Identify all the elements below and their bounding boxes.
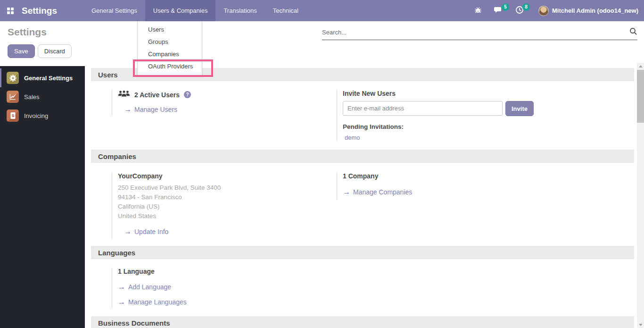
messages-badge: 5: [502, 3, 509, 11]
search-input[interactable]: [322, 26, 629, 37]
users-companies-dropdown: Users Groups Companies OAuth Providers: [137, 21, 202, 76]
active-users-box: 2 Active Users ? → Manage Users: [112, 90, 191, 116]
pending-invitation-demo[interactable]: demo: [345, 134, 534, 141]
debug-menu-button[interactable]: [468, 0, 488, 21]
section-languages: 1 Language → Add Language → Manage Langu…: [85, 259, 637, 316]
company-address-line: 250 Executive Park Blvd, Suite 3400: [118, 183, 221, 193]
sidebar-item-label: Sales: [24, 93, 40, 101]
dropdown-item-users[interactable]: Users: [138, 24, 202, 36]
avatar[interactable]: [538, 6, 549, 16]
discard-button[interactable]: Discard: [38, 44, 72, 58]
sidebar-item-sales[interactable]: Sales: [0, 87, 85, 106]
invite-email-field[interactable]: [343, 101, 503, 116]
manage-companies-link[interactable]: → Manage Companies: [343, 188, 412, 196]
arrow-right-icon: →: [124, 228, 132, 235]
arrow-right-icon: →: [343, 188, 350, 196]
settings-main-panel: Users 2 Active Users ? → Manage Users In…: [85, 66, 637, 328]
vertical-scrollbar: [637, 63, 644, 328]
activities-badge: 8: [522, 3, 530, 11]
company-info-box: YourCompany 250 Executive Park Blvd, Sui…: [112, 172, 221, 239]
messages-button[interactable]: 5: [488, 0, 509, 21]
company-address-line: 94134 - San Francisco: [118, 193, 221, 202]
user-menu[interactable]: Mitchell Admin (odoo14_new): [552, 7, 638, 14]
menu-translations[interactable]: Translations: [215, 0, 264, 21]
sales-chart-icon: [7, 91, 19, 103]
update-info-link[interactable]: → Update Info: [124, 228, 221, 235]
control-panel: Settings Save Discard: [0, 21, 644, 66]
section-header-languages: Languages: [91, 246, 634, 259]
save-button[interactable]: Save: [8, 44, 35, 58]
company-count-box: 1 Company → Manage Companies: [337, 172, 412, 200]
company-count: 1 Company: [343, 172, 412, 180]
invite-new-users-label: Invite New Users: [343, 90, 534, 97]
top-navbar: Settings General Settings Users & Compan…: [0, 0, 644, 21]
languages-box: 1 Language → Add Language → Manage Langu…: [112, 268, 187, 309]
apps-menu-button[interactable]: [0, 0, 21, 21]
scrollbar-up-arrow[interactable]: [637, 63, 644, 69]
sidebar-item-label: General Settings: [24, 75, 73, 82]
search-bar: [322, 26, 637, 40]
company-name: YourCompany: [118, 172, 221, 180]
section-header-companies: Companies: [91, 150, 634, 163]
section-header-business-documents: Business Documents: [91, 316, 634, 328]
search-icon[interactable]: [629, 27, 637, 35]
arrow-right-icon: →: [118, 283, 125, 291]
company-address-line: California (US): [118, 202, 221, 211]
manage-users-link[interactable]: → Manage Users: [124, 106, 191, 113]
dropdown-item-groups[interactable]: Groups: [138, 36, 202, 48]
users-group-icon: [118, 90, 130, 100]
invoice-document-icon: $: [7, 109, 19, 122]
dropdown-item-oauth-providers[interactable]: OAuth Providers: [138, 60, 202, 73]
menu-technical[interactable]: Technical: [265, 0, 306, 21]
gear-icon: [7, 72, 19, 84]
arrow-right-icon: →: [118, 298, 125, 306]
apps-grid-icon: [7, 8, 14, 14]
svg-text:$: $: [11, 113, 14, 118]
menu-general-settings[interactable]: General Settings: [83, 0, 145, 21]
company-address-line: United States: [118, 211, 221, 221]
active-users-count: 2 Active Users: [134, 91, 180, 99]
scrollbar-down-arrow[interactable]: [637, 321, 644, 328]
sidebar-item-general-settings[interactable]: General Settings: [0, 68, 85, 87]
systray: 5 8 Mitchell Admin (odoo14_new): [468, 0, 644, 21]
sidebar-item-invoicing[interactable]: $ Invoicing: [0, 106, 85, 125]
page-title: Settings: [8, 26, 47, 38]
pending-invitations-label: Pending Invitations:: [343, 123, 534, 130]
section-companies: YourCompany 250 Executive Park Blvd, Sui…: [85, 163, 637, 246]
arrow-right-icon: →: [124, 106, 132, 113]
sidebar-item-label: Invoicing: [24, 112, 48, 119]
manage-languages-link[interactable]: → Manage Languages: [118, 298, 187, 306]
bug-icon: [474, 6, 482, 16]
settings-sidebar: General Settings Sales $ Invoicing: [0, 66, 85, 328]
language-count: 1 Language: [118, 268, 187, 275]
odoo-settings-screen: Settings General Settings Users & Compan…: [0, 0, 644, 328]
help-icon[interactable]: ?: [184, 91, 191, 98]
add-language-link[interactable]: → Add Language: [118, 283, 187, 291]
activities-button[interactable]: 8: [509, 0, 530, 21]
section-users: 2 Active Users ? → Manage Users Invite N…: [85, 81, 637, 150]
app-brand[interactable]: Settings: [21, 0, 64, 21]
control-panel-buttons: Save Discard: [8, 44, 72, 58]
invite-users-box: Invite New Users Invite Pending Invitati…: [337, 90, 534, 141]
dropdown-item-companies[interactable]: Companies: [138, 48, 202, 60]
invite-button[interactable]: Invite: [505, 101, 534, 116]
scrollbar-thumb[interactable]: [637, 70, 644, 123]
menu-users-companies[interactable]: Users & Companies: [145, 0, 216, 21]
